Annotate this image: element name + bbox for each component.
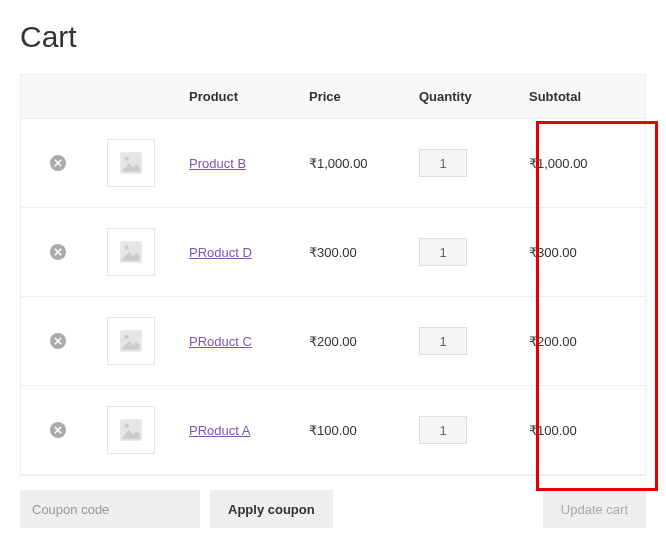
header-quantity: Quantity xyxy=(411,75,521,119)
quantity-input[interactable] xyxy=(419,416,467,444)
table-row: PRoduct A ₹100.00 ₹100.00 xyxy=(21,386,645,475)
remove-item-button[interactable] xyxy=(50,333,66,349)
quantity-input[interactable] xyxy=(419,238,467,266)
table-row: PRoduct C ₹200.00 ₹200.00 xyxy=(21,297,645,386)
product-link[interactable]: PRoduct D xyxy=(189,245,252,260)
cart-footer: Apply coupon Update cart xyxy=(20,490,646,528)
product-price: ₹100.00 xyxy=(301,386,411,475)
product-price: ₹300.00 xyxy=(301,208,411,297)
svg-point-5 xyxy=(125,335,129,339)
product-subtotal: ₹1,000.00 xyxy=(521,119,645,208)
header-price: Price xyxy=(301,75,411,119)
page-title: Cart xyxy=(20,20,646,54)
product-thumbnail[interactable] xyxy=(107,228,155,276)
product-link[interactable]: PRoduct A xyxy=(189,423,250,438)
apply-coupon-button[interactable]: Apply coupon xyxy=(210,490,333,528)
product-link[interactable]: Product B xyxy=(189,156,246,171)
placeholder-image-icon xyxy=(118,150,144,176)
product-price: ₹1,000.00 xyxy=(301,119,411,208)
remove-item-button[interactable] xyxy=(50,155,66,171)
product-subtotal: ₹100.00 xyxy=(521,386,645,475)
cart-table: Product Price Quantity Subtotal Produ xyxy=(21,75,645,475)
svg-point-1 xyxy=(125,157,129,161)
product-thumbnail[interactable] xyxy=(107,406,155,454)
svg-point-3 xyxy=(125,246,129,250)
close-icon xyxy=(54,248,62,256)
quantity-input[interactable] xyxy=(419,327,467,355)
header-subtotal: Subtotal xyxy=(521,75,645,119)
product-thumbnail[interactable] xyxy=(107,139,155,187)
placeholder-image-icon xyxy=(118,328,144,354)
product-subtotal: ₹200.00 xyxy=(521,297,645,386)
header-remove xyxy=(21,75,81,119)
product-thumbnail[interactable] xyxy=(107,317,155,365)
update-cart-button[interactable]: Update cart xyxy=(543,490,646,528)
product-price: ₹200.00 xyxy=(301,297,411,386)
table-row: Product B ₹1,000.00 ₹1,000.00 xyxy=(21,119,645,208)
header-thumbnail xyxy=(81,75,181,119)
close-icon xyxy=(54,426,62,434)
cart-table-wrapper: Product Price Quantity Subtotal Produ xyxy=(20,74,646,476)
svg-point-7 xyxy=(125,424,129,428)
close-icon xyxy=(54,159,62,167)
coupon-input[interactable] xyxy=(20,490,200,528)
product-subtotal: ₹300.00 xyxy=(521,208,645,297)
placeholder-image-icon xyxy=(118,239,144,265)
table-row: PRoduct D ₹300.00 ₹300.00 xyxy=(21,208,645,297)
header-product: Product xyxy=(181,75,301,119)
placeholder-image-icon xyxy=(118,417,144,443)
quantity-input[interactable] xyxy=(419,149,467,177)
remove-item-button[interactable] xyxy=(50,422,66,438)
remove-item-button[interactable] xyxy=(50,244,66,260)
close-icon xyxy=(54,337,62,345)
product-link[interactable]: PRoduct C xyxy=(189,334,252,349)
